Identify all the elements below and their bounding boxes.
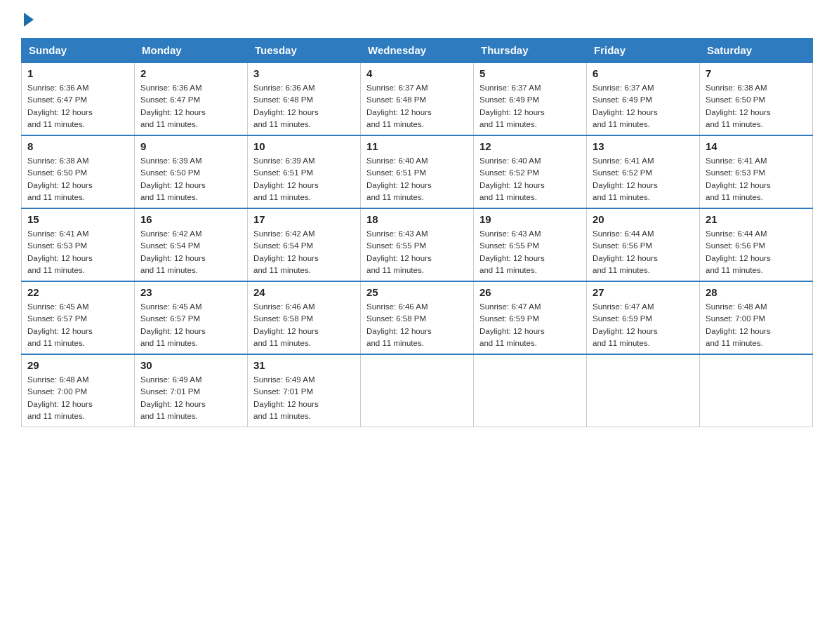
logo-top <box>21 14 34 27</box>
day-number: 29 <box>27 359 128 371</box>
day-number: 3 <box>253 67 355 79</box>
empty-cell <box>700 354 813 427</box>
day-number: 8 <box>27 140 128 152</box>
day-number: 11 <box>366 140 468 152</box>
day-number: 4 <box>366 67 468 79</box>
calendar-day-cell: 4Sunrise: 6:37 AMSunset: 6:48 PMDaylight… <box>361 62 474 135</box>
day-number: 21 <box>706 213 807 225</box>
calendar-day-cell: 20Sunrise: 6:44 AMSunset: 6:56 PMDayligh… <box>587 208 700 281</box>
day-number: 15 <box>27 213 128 225</box>
day-info: Sunrise: 6:37 AMSunset: 6:48 PMDaylight:… <box>366 82 468 130</box>
calendar-day-cell: 29Sunrise: 6:48 AMSunset: 7:00 PMDayligh… <box>22 354 135 427</box>
empty-cell <box>474 354 587 427</box>
calendar-day-cell: 12Sunrise: 6:40 AMSunset: 6:52 PMDayligh… <box>474 135 587 208</box>
day-info: Sunrise: 6:41 AMSunset: 6:52 PMDaylight:… <box>593 155 694 203</box>
calendar-day-cell: 5Sunrise: 6:37 AMSunset: 6:49 PMDaylight… <box>474 62 587 135</box>
day-number: 18 <box>366 213 468 225</box>
day-info: Sunrise: 6:39 AMSunset: 6:51 PMDaylight:… <box>253 155 355 203</box>
weekday-header-tuesday: Tuesday <box>248 39 361 63</box>
calendar-day-cell: 19Sunrise: 6:43 AMSunset: 6:55 PMDayligh… <box>474 208 587 281</box>
day-number: 6 <box>593 67 694 79</box>
day-info: Sunrise: 6:43 AMSunset: 6:55 PMDaylight:… <box>479 228 581 276</box>
weekday-header-wednesday: Wednesday <box>361 39 474 63</box>
calendar-week-row: 29Sunrise: 6:48 AMSunset: 7:00 PMDayligh… <box>22 354 813 427</box>
empty-cell <box>361 354 474 427</box>
day-info: Sunrise: 6:48 AMSunset: 7:00 PMDaylight:… <box>27 374 128 422</box>
day-number: 31 <box>253 359 355 371</box>
day-info: Sunrise: 6:37 AMSunset: 6:49 PMDaylight:… <box>593 82 694 130</box>
day-number: 25 <box>366 286 468 298</box>
day-number: 26 <box>479 286 581 298</box>
day-info: Sunrise: 6:40 AMSunset: 6:52 PMDaylight:… <box>479 155 581 203</box>
weekday-header-thursday: Thursday <box>474 39 587 63</box>
calendar-day-cell: 18Sunrise: 6:43 AMSunset: 6:55 PMDayligh… <box>361 208 474 281</box>
weekday-header-monday: Monday <box>135 39 248 63</box>
day-info: Sunrise: 6:49 AMSunset: 7:01 PMDaylight:… <box>140 374 241 422</box>
empty-cell <box>587 354 700 427</box>
calendar-day-cell: 1Sunrise: 6:36 AMSunset: 6:47 PMDaylight… <box>22 62 135 135</box>
calendar-day-cell: 31Sunrise: 6:49 AMSunset: 7:01 PMDayligh… <box>248 354 361 427</box>
day-number: 16 <box>140 213 241 225</box>
day-info: Sunrise: 6:45 AMSunset: 6:57 PMDaylight:… <box>27 301 128 349</box>
day-info: Sunrise: 6:47 AMSunset: 6:59 PMDaylight:… <box>593 301 694 349</box>
calendar-day-cell: 2Sunrise: 6:36 AMSunset: 6:47 PMDaylight… <box>135 62 248 135</box>
day-number: 22 <box>27 286 128 298</box>
calendar-table: SundayMondayTuesdayWednesdayThursdayFrid… <box>21 38 813 427</box>
day-info: Sunrise: 6:42 AMSunset: 6:54 PMDaylight:… <box>253 228 355 276</box>
calendar-week-row: 22Sunrise: 6:45 AMSunset: 6:57 PMDayligh… <box>22 281 813 354</box>
logo-triangle-icon <box>24 13 34 27</box>
day-number: 12 <box>479 140 581 152</box>
day-number: 7 <box>706 67 807 79</box>
weekday-header-friday: Friday <box>587 39 700 63</box>
calendar-day-cell: 7Sunrise: 6:38 AMSunset: 6:50 PMDaylight… <box>700 62 813 135</box>
day-info: Sunrise: 6:46 AMSunset: 6:58 PMDaylight:… <box>366 301 468 349</box>
day-number: 19 <box>479 213 581 225</box>
calendar-day-cell: 11Sunrise: 6:40 AMSunset: 6:51 PMDayligh… <box>361 135 474 208</box>
page-header <box>21 14 813 24</box>
weekday-header-row: SundayMondayTuesdayWednesdayThursdayFrid… <box>22 39 813 63</box>
day-info: Sunrise: 6:40 AMSunset: 6:51 PMDaylight:… <box>366 155 468 203</box>
calendar-week-row: 1Sunrise: 6:36 AMSunset: 6:47 PMDaylight… <box>22 62 813 135</box>
calendar-day-cell: 22Sunrise: 6:45 AMSunset: 6:57 PMDayligh… <box>22 281 135 354</box>
day-number: 13 <box>593 140 694 152</box>
calendar-day-cell: 8Sunrise: 6:38 AMSunset: 6:50 PMDaylight… <box>22 135 135 208</box>
day-number: 14 <box>706 140 807 152</box>
day-info: Sunrise: 6:37 AMSunset: 6:49 PMDaylight:… <box>479 82 581 130</box>
calendar-day-cell: 6Sunrise: 6:37 AMSunset: 6:49 PMDaylight… <box>587 62 700 135</box>
day-info: Sunrise: 6:39 AMSunset: 6:50 PMDaylight:… <box>140 155 241 203</box>
day-number: 9 <box>140 140 241 152</box>
calendar-week-row: 15Sunrise: 6:41 AMSunset: 6:53 PMDayligh… <box>22 208 813 281</box>
calendar-day-cell: 16Sunrise: 6:42 AMSunset: 6:54 PMDayligh… <box>135 208 248 281</box>
calendar-day-cell: 3Sunrise: 6:36 AMSunset: 6:48 PMDaylight… <box>248 62 361 135</box>
day-number: 10 <box>253 140 355 152</box>
day-info: Sunrise: 6:45 AMSunset: 6:57 PMDaylight:… <box>140 301 241 349</box>
day-info: Sunrise: 6:36 AMSunset: 6:48 PMDaylight:… <box>253 82 355 130</box>
day-info: Sunrise: 6:49 AMSunset: 7:01 PMDaylight:… <box>253 374 355 422</box>
calendar-day-cell: 23Sunrise: 6:45 AMSunset: 6:57 PMDayligh… <box>135 281 248 354</box>
day-number: 30 <box>140 359 241 371</box>
calendar-day-cell: 17Sunrise: 6:42 AMSunset: 6:54 PMDayligh… <box>248 208 361 281</box>
calendar-day-cell: 14Sunrise: 6:41 AMSunset: 6:53 PMDayligh… <box>700 135 813 208</box>
calendar-week-row: 8Sunrise: 6:38 AMSunset: 6:50 PMDaylight… <box>22 135 813 208</box>
calendar-day-cell: 27Sunrise: 6:47 AMSunset: 6:59 PMDayligh… <box>587 281 700 354</box>
day-info: Sunrise: 6:41 AMSunset: 6:53 PMDaylight:… <box>27 228 128 276</box>
day-info: Sunrise: 6:36 AMSunset: 6:47 PMDaylight:… <box>27 82 128 130</box>
calendar-day-cell: 15Sunrise: 6:41 AMSunset: 6:53 PMDayligh… <box>22 208 135 281</box>
day-info: Sunrise: 6:44 AMSunset: 6:56 PMDaylight:… <box>706 228 807 276</box>
day-info: Sunrise: 6:43 AMSunset: 6:55 PMDaylight:… <box>366 228 468 276</box>
calendar-day-cell: 10Sunrise: 6:39 AMSunset: 6:51 PMDayligh… <box>248 135 361 208</box>
calendar-day-cell: 26Sunrise: 6:47 AMSunset: 6:59 PMDayligh… <box>474 281 587 354</box>
calendar-day-cell: 9Sunrise: 6:39 AMSunset: 6:50 PMDaylight… <box>135 135 248 208</box>
day-number: 2 <box>140 67 241 79</box>
weekday-header-saturday: Saturday <box>700 39 813 63</box>
weekday-header-sunday: Sunday <box>22 39 135 63</box>
calendar-day-cell: 25Sunrise: 6:46 AMSunset: 6:58 PMDayligh… <box>361 281 474 354</box>
day-info: Sunrise: 6:46 AMSunset: 6:58 PMDaylight:… <box>253 301 355 349</box>
day-info: Sunrise: 6:48 AMSunset: 7:00 PMDaylight:… <box>706 301 807 349</box>
day-info: Sunrise: 6:47 AMSunset: 6:59 PMDaylight:… <box>479 301 581 349</box>
calendar-day-cell: 13Sunrise: 6:41 AMSunset: 6:52 PMDayligh… <box>587 135 700 208</box>
day-info: Sunrise: 6:38 AMSunset: 6:50 PMDaylight:… <box>706 82 807 130</box>
day-number: 5 <box>479 67 581 79</box>
day-number: 27 <box>593 286 694 298</box>
day-number: 17 <box>253 213 355 225</box>
